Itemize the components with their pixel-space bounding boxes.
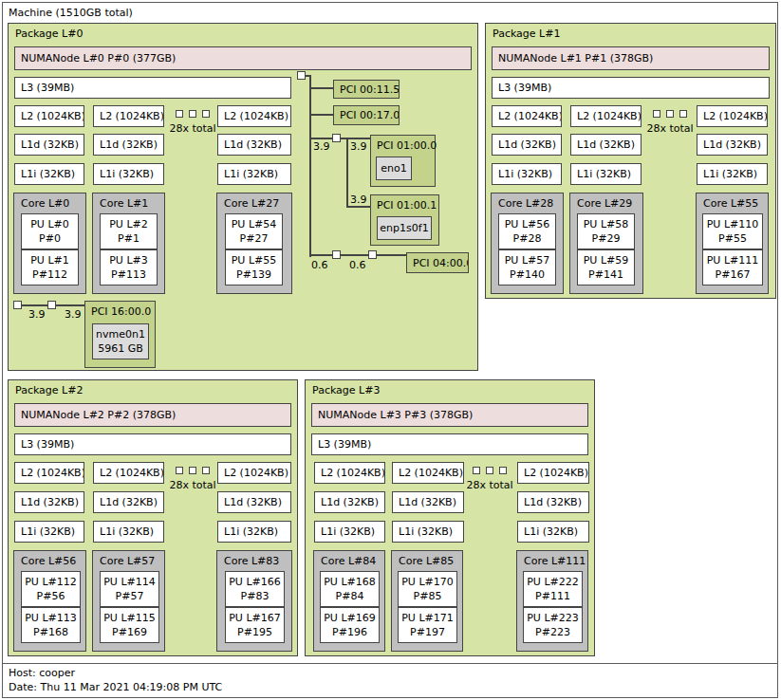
more-caches-label: 28x total — [466, 479, 513, 491]
more-caches-label: 28x total — [169, 479, 216, 491]
numanode-3-box: NUMANode L#3 P#3 (378GB) — [311, 403, 588, 427]
pci-branch-line — [309, 254, 333, 256]
pci-device-label: PCI 01:00.1 — [377, 199, 437, 212]
l1i-cache-box: L1i (32KB) — [14, 521, 84, 543]
dot-icon — [473, 467, 480, 474]
dot-icon — [499, 467, 507, 474]
pu-physical: P#223 — [535, 625, 570, 639]
legend-host: Host: cooper — [9, 667, 75, 679]
l1i-cache-box: L1i (32KB) — [314, 521, 385, 543]
core-box: Core L#1 PU L#2 P#1 PU L#3 P#113 — [92, 193, 165, 294]
l1i-cache-box: L1i (32KB) — [14, 163, 84, 185]
pu-box: PU L#1 P#112 — [21, 249, 79, 286]
link-speed-label: 3.9 — [65, 308, 82, 321]
l2-cache-box: L2 (1024KB) — [392, 462, 464, 484]
pu-logical: PU L#223 — [527, 611, 579, 625]
pci-branch-line — [22, 304, 48, 306]
hostbridge-anchor — [297, 71, 306, 80]
pu-box: PU L#54 P#27 — [225, 213, 283, 249]
pu-logical: PU L#110 — [707, 217, 759, 231]
more-caches-dots — [176, 467, 210, 474]
pu-physical: P#197 — [410, 625, 445, 639]
link-speed-label: 3.9 — [313, 140, 330, 153]
l2-cache-box: L2 (1024KB) — [93, 105, 164, 127]
l1d-cache-box: L1d (32KB) — [14, 134, 84, 156]
more-caches-dots — [473, 467, 507, 474]
core-box: Core L#29 PU L#58 P#29 PU L#59 P#141 — [569, 193, 643, 294]
core-label: Core L#57 — [100, 555, 155, 567]
package-1-label: Package L#1 — [493, 28, 560, 40]
pu-logical: PU L#59 — [584, 253, 629, 267]
core-box: Core L#111 PU L#222 P#111 PU L#223 P#223 — [516, 550, 588, 652]
l1i-cache-box: L1i (32KB) — [217, 521, 291, 543]
network-device-box: enp1s0f1 — [377, 216, 432, 240]
pu-physical: P#169 — [112, 625, 147, 639]
dot-icon — [176, 467, 183, 474]
l1d-cache-box: L1d (32KB) — [217, 491, 291, 513]
pci-bridge-anchor — [47, 301, 56, 309]
core-box: Core L#57 PU L#114 P#57 PU L#115 P#169 — [92, 550, 165, 652]
core-label: Core L#28 — [498, 197, 553, 210]
dot-icon — [202, 467, 210, 474]
pu-physical: P#112 — [32, 267, 67, 282]
pci-bridge-anchor — [368, 250, 377, 259]
package-3-box: Package L#3 NUMANode L#3 P#3 (378GB) L3 … — [305, 379, 595, 656]
pu-box: PU L#171 P#197 — [398, 607, 457, 643]
pci-device-box: PCI 00:11.5 — [333, 80, 400, 99]
nvme-device-name: nvme0n1 — [96, 327, 145, 341]
pu-logical: PU L#111 — [707, 253, 759, 267]
pu-physical: P#0 — [39, 231, 61, 246]
dot-icon — [176, 110, 183, 118]
core-label: Core L#0 — [21, 197, 69, 210]
pci-device-box: PCI 01:00.1 enp1s0f1 — [370, 194, 439, 246]
l1d-cache-box: L1d (32KB) — [93, 134, 164, 156]
pu-box: PU L#169 P#196 — [320, 607, 380, 643]
legend-date: Date: Thu 11 Mar 2021 04:19:08 PM UTC — [9, 681, 222, 693]
pu-physical: P#167 — [716, 267, 751, 282]
dot-icon — [653, 110, 660, 118]
pu-logical: PU L#168 — [324, 575, 376, 589]
pu-physical: P#29 — [592, 231, 621, 246]
pu-box: PU L#58 P#29 — [577, 213, 635, 249]
core-label: Core L#55 — [703, 197, 758, 210]
pu-physical: P#27 — [240, 231, 269, 246]
pu-physical: P#1 — [118, 231, 139, 246]
pci-device-label: PCI 01:00.0 — [377, 139, 437, 152]
pu-box: PU L#170 P#85 — [398, 571, 457, 607]
l1d-cache-box: L1d (32KB) — [570, 134, 642, 156]
pu-box: PU L#167 P#195 — [225, 607, 285, 643]
l1d-cache-box: L1d (32KB) — [697, 134, 768, 156]
pu-box: PU L#115 P#169 — [100, 607, 159, 643]
pu-logical: PU L#170 — [401, 575, 454, 589]
core-label: Core L#85 — [399, 555, 454, 567]
l1i-cache-box: L1i (32KB) — [517, 521, 589, 543]
dot-icon — [202, 110, 210, 118]
numanode-0-box: NUMANode L#0 P#0 (377GB) — [14, 46, 472, 70]
l3-cache-box: L3 (39MB) — [492, 77, 770, 99]
link-speed-label: 3.9 — [350, 193, 367, 206]
pu-physical: P#56 — [37, 589, 65, 603]
pu-logical: PU L#1 — [30, 253, 69, 267]
l2-cache-box: L2 (1024KB) — [697, 105, 768, 127]
pu-box: PU L#3 P#113 — [100, 249, 158, 286]
l1i-cache-box: L1i (32KB) — [492, 163, 562, 185]
pu-logical: PU L#222 — [527, 575, 579, 589]
l2-cache-box: L2 (1024KB) — [14, 462, 84, 484]
l1d-cache-box: L1d (32KB) — [217, 134, 291, 156]
pu-box: PU L#112 P#56 — [21, 571, 81, 607]
core-label: Core L#56 — [21, 555, 76, 567]
link-speed-label: 0.6 — [311, 259, 328, 271]
pu-box: PU L#56 P#28 — [498, 213, 556, 249]
numanode-1-box: NUMANode L#1 P#1 (378GB) — [492, 46, 770, 70]
pu-logical: PU L#57 — [505, 253, 550, 267]
pu-box: PU L#55 P#139 — [225, 249, 283, 286]
pci-device-label: PCI 16:00.0 — [91, 305, 151, 318]
package-2-box: Package L#2 NUMANode L#2 P#2 (378GB) L3 … — [8, 379, 298, 656]
numanode-2-box: NUMANode L#2 P#2 (378GB) — [14, 403, 291, 427]
core-label: Core L#83 — [224, 555, 279, 567]
core-box: Core L#83 PU L#166 P#83 PU L#167 P#195 — [216, 550, 292, 652]
core-label: Core L#1 — [100, 197, 148, 210]
pci-branch-line — [341, 254, 369, 256]
l1i-cache-box: L1i (32KB) — [697, 163, 768, 185]
more-caches-label: 28x total — [646, 122, 694, 135]
